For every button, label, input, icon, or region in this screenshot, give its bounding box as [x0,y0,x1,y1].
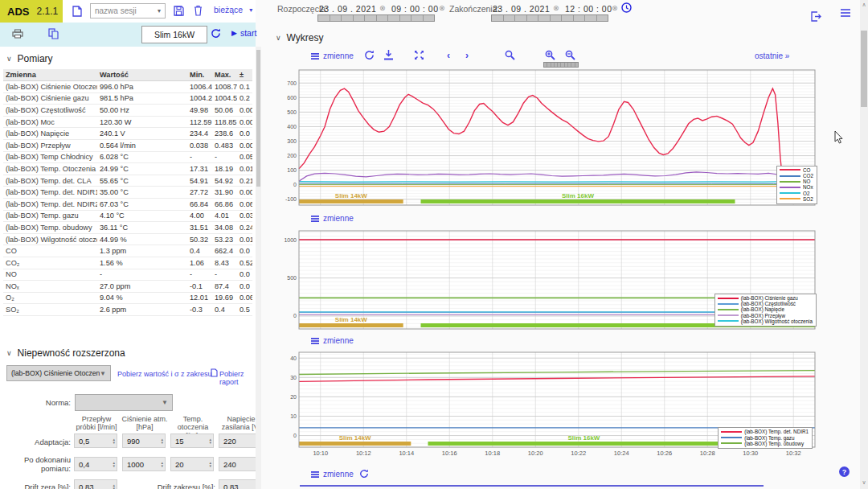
pan-right-icon[interactable]: › [465,50,469,61]
table-row[interactable]: (lab-BOX) Temp. det. NDIR135.00 °C27.723… [3,187,252,199]
drift-zera-spinner[interactable]: 0,83▴▾ [74,479,117,489]
table-row[interactable]: (lab-BOX) Temp. det. NDIR267.03 °C66.846… [3,198,252,210]
slider-segment[interactable] [492,15,504,21]
scrollbar-thumb[interactable] [861,31,867,107]
table-row[interactable]: (lab-BOX) Moc120.30 W112.59118.850.00 [3,116,252,128]
table-row[interactable]: (lab-BOX) Temp. gazu4.10 °C4.004.010.03 [3,210,252,222]
session-mode-select[interactable]: bieżące ▾ [214,5,252,14]
download-report-link[interactable]: Pobierz raport [219,370,256,386]
zmienne-button-bottom[interactable]: zmienne [311,470,354,479]
table-row[interactable]: (lab-BOX) Temp. det. CLA55.65 °C54.9154.… [3,175,252,187]
copy-icon[interactable] [48,28,59,41]
table-row[interactable]: (lab-BOX) Wilgotność otoczenia44.99 %50.… [3,233,252,245]
clear-end-date-icon[interactable]: ⊗ [553,4,559,12]
table-row[interactable]: (lab-BOX) Temp Chłodnicy6.028 °C--0.059 [3,151,252,163]
table-row[interactable]: (lab-BOX) Ciśnienie Otoczenia996.0 hPa10… [3,81,252,93]
logout-icon[interactable] [810,11,821,23]
refresh-charts-icon[interactable] [364,50,375,62]
norma-select[interactable]: ▼ [75,394,173,411]
start-button[interactable]: ▶ start [231,28,256,38]
slider-segment[interactable] [597,15,608,21]
slider-segment[interactable] [574,15,586,21]
slider-segment[interactable] [400,15,412,21]
session-name-select[interactable]: nazwa sesji ▾ [90,3,166,18]
slider-segment[interactable] [342,15,354,21]
chart-labbox-params[interactable]: 05001000Slim 14kWSlim 16kW (lab-BOX) Ciś… [283,230,817,330]
scrollbar-thumb[interactable] [256,50,260,187]
slider-segment[interactable] [504,15,516,21]
spinner-arrows-icon[interactable]: ▴▾ [113,461,115,468]
report-file-icon[interactable] [211,368,218,379]
slider-segment[interactable] [562,15,574,21]
table-row[interactable]: (lab-BOX) Temp. obudowy36.11 °C31.5134.0… [3,222,252,234]
fetch-value-link[interactable]: Pobierz wartość i σ z zakresu [117,370,212,378]
fit-expand-icon[interactable] [414,50,424,62]
pomiar-przeplyw-spinner[interactable]: 0,4▴▾ [74,457,117,471]
scroll-up-icon[interactable]: ∧ [860,2,868,8]
printer-icon[interactable] [12,29,23,40]
start-date-value[interactable]: 23 . 09 . 2021 [319,4,376,14]
zoom-level-slider[interactable] [543,62,579,68]
end-time-value[interactable]: 12 : 00 : 00 [565,4,612,14]
end-date-value[interactable]: 23 . 09 . 2021 [493,4,550,14]
new-session-icon[interactable] [72,6,82,18]
pomiary-section-header[interactable]: ∨ Pomiary [6,53,53,64]
spinner-arrows-icon[interactable]: ▴▾ [161,461,163,468]
refresh-icon[interactable] [211,28,221,40]
spinner-arrows-icon[interactable]: ▴▾ [161,438,163,445]
clear-start-date-icon[interactable]: ⊗ [379,4,386,12]
slider-segment[interactable] [585,15,597,21]
pomiar-cisnienie-spinner[interactable]: 1000▴▾ [122,457,166,471]
table-row[interactable]: CO1.3 ppm0.4662.40.0 [3,245,252,257]
slider-segment[interactable] [411,15,424,21]
table-row[interactable]: (lab-BOX) Częstotliwość50.00 Hz49.9850.0… [3,105,252,117]
slider-segment[interactable] [330,15,342,21]
menu-icon[interactable] [841,9,850,18]
slider-segment[interactable] [424,15,435,21]
zoom-in-icon[interactable] [545,50,555,62]
clear-start-time-icon[interactable]: ⊗ [439,4,445,12]
table-row[interactable]: (lab-BOX) Temp. Otoczenia24.99 °C17.3118… [3,163,252,175]
spinner-arrows-icon[interactable]: ▴▾ [209,438,211,445]
main-scrollbar[interactable]: ∧ ∨ [860,0,868,489]
zoom-out-icon[interactable] [565,50,575,62]
table-row[interactable]: NOₓ27.0 ppm-0.187.40.0 [3,281,252,293]
start-time-value[interactable]: 09 : 00 : 00 [391,4,439,14]
refresh-bottom-icon[interactable] [359,469,369,480]
end-range-slider[interactable] [491,14,608,22]
uncertainty-variable-select[interactable]: (lab-BOX) Ciśnienie Otoczenia ▼ [6,365,111,381]
help-button[interactable]: ? [839,466,850,477]
slider-segment[interactable] [318,15,330,21]
ostatnie-button[interactable]: ostatnie » [755,51,789,60]
zmienne-button-chart3[interactable]: zmienne [311,336,354,345]
table-row[interactable]: CO₂1.56 %1.068.430.52 [3,257,252,269]
adaptacja-przeplyw-spinner[interactable]: 0,5▴▾ [74,434,117,448]
slider-segment[interactable] [551,15,563,21]
spinner-arrows-icon[interactable]: ▴▾ [113,438,115,445]
slider-segment[interactable] [538,15,551,21]
chart-temperatures[interactable]: 010203040Slim 14kWSlim 16kW10:1010:1210:… [283,351,817,459]
clear-end-time-icon[interactable]: ⊗ [612,4,618,12]
slider-segment[interactable] [354,15,366,21]
chart-gases[interactable]: -1000100200300400500600700Slim 14kWSlim … [283,69,817,206]
slider-segment[interactable] [575,63,578,67]
slider-segment[interactable] [377,15,389,21]
spinner-arrows-icon[interactable]: ▴▾ [209,461,211,468]
search-zoom-icon[interactable] [505,50,515,62]
slider-segment[interactable] [527,15,539,21]
slider-segment[interactable] [365,15,377,21]
spinner-arrows-icon[interactable]: ▴▾ [113,483,115,489]
start-range-slider[interactable] [317,14,435,22]
scroll-down-icon[interactable]: ∨ [860,479,868,486]
adaptacja-temp-spinner[interactable]: 15▴▾ [170,434,214,448]
zmienne-button-toolbar[interactable]: zmienne [311,51,354,60]
test-name-input[interactable] [141,26,207,43]
download-chart-icon[interactable] [383,50,394,62]
table-row[interactable]: (lab-BOX) Ciśnienie gazu981.5 hPa1004.21… [3,92,252,105]
table-row[interactable]: NO---0.0 [3,269,252,281]
table-row[interactable]: O₂9.04 %12.0119.690.06 [3,292,252,304]
table-row[interactable]: SO₂2.6 ppm-0.30.40.5 [3,304,252,316]
table-row[interactable]: (lab-BOX) Napięcie240.1 V234.4238.60.0 [3,128,252,140]
save-session-icon[interactable] [174,6,184,18]
slider-segment[interactable] [388,15,400,21]
